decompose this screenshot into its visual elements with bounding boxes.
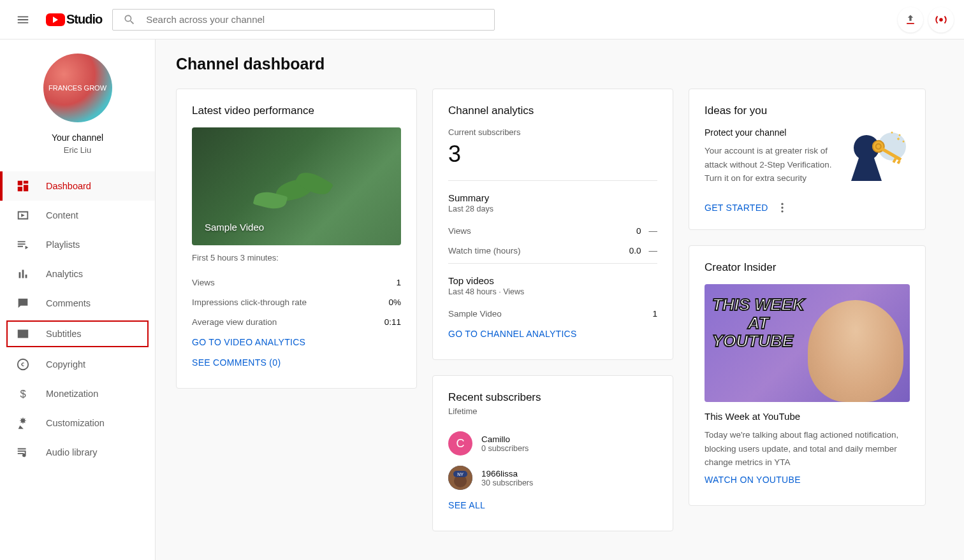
creator-insider-card: Creator Insider THIS WEEK AT YOUTUBE Thi…	[689, 245, 926, 506]
see-all-link[interactable]: SEE ALL	[448, 495, 657, 515]
ideas-subtitle: Protect your channel	[705, 127, 835, 138]
svg-point-16	[781, 203, 783, 205]
studio-logo[interactable]: Studio	[46, 12, 102, 27]
svg-point-13	[899, 134, 901, 136]
subscriber-item[interactable]: C Camillo 0 subscribers	[448, 426, 657, 461]
video-thumbnail[interactable]: Sample Video	[192, 127, 401, 245]
summary-title: Summary	[448, 192, 657, 203]
go-live-button[interactable]	[928, 7, 954, 32]
channel-analytics-link[interactable]: GO TO CHANNEL ANALYTICS	[448, 324, 657, 344]
stat-row: Impressions click-through rate0%	[192, 292, 401, 312]
channel-label: Your channel	[52, 133, 103, 143]
avatar-image: FRANCES GROW	[43, 54, 112, 122]
latest-subline: First 5 hours 3 minutes:	[192, 253, 401, 262]
subscriber-count: 3	[448, 141, 657, 168]
subscriber-count: 0 subscribers	[481, 444, 529, 453]
customization-icon	[15, 415, 31, 431]
nav-audio-library[interactable]: Audio library	[0, 438, 155, 467]
more-options-button[interactable]	[776, 201, 789, 214]
svg-text:NY: NY	[457, 472, 464, 477]
subscriber-name: 1966lissa	[481, 469, 533, 478]
content-icon	[15, 208, 31, 223]
search-icon	[123, 13, 136, 26]
card-title: Creator Insider	[705, 261, 910, 274]
nav-subtitles[interactable]: Subtitles	[5, 319, 150, 348]
card-title: Recent subscribers	[448, 391, 657, 404]
page-title: Channel dashboard	[176, 55, 944, 73]
nav-copyright[interactable]: Copyright	[0, 350, 155, 379]
subscriber-name: Camillo	[481, 434, 529, 444]
upload-icon	[904, 13, 917, 26]
channel-analytics-card: Channel analytics Current subscribers 3 …	[432, 89, 673, 360]
stat-row: Average view duration0:11	[192, 312, 401, 332]
svg-point-17	[781, 206, 783, 208]
nav-label: Subtitles	[46, 329, 82, 339]
subscriber-avatar: C	[448, 431, 472, 456]
article-body: Today we're talking about flag actioned …	[705, 428, 910, 470]
playlists-icon	[15, 237, 31, 252]
svg-point-18	[781, 210, 783, 212]
keyhole-illustration	[847, 127, 910, 190]
nav-label: Customization	[46, 418, 105, 428]
dashboard-icon	[15, 178, 31, 194]
sidebar: FRANCES GROW Your channel Eric Liu Dashb…	[0, 39, 156, 560]
video-title: Sample Video	[205, 222, 264, 233]
recent-subscribers-card: Recent subscribers Lifetime C Camillo 0 …	[432, 375, 673, 531]
subscriber-count: 30 subscribers	[481, 478, 533, 487]
latest-video-card: Latest video performance Sample Video Fi…	[176, 89, 417, 389]
channel-avatar[interactable]: FRANCES GROW	[43, 54, 112, 122]
nav-label: Comments	[46, 298, 91, 308]
monetization-icon: $	[15, 386, 31, 401]
svg-point-1	[18, 359, 29, 370]
upload-button[interactable]	[898, 7, 923, 32]
top-videos-sub: Last 48 hours · Views	[448, 287, 657, 296]
svg-text:$: $	[20, 388, 26, 399]
get-started-link[interactable]: GET STARTED	[705, 203, 768, 213]
channel-name: Eric Liu	[64, 145, 91, 155]
copyright-icon	[15, 357, 31, 372]
comments-icon	[15, 296, 31, 311]
svg-point-14	[903, 141, 905, 143]
dots-vertical-icon	[776, 201, 789, 214]
top-videos-title: Top videos	[448, 275, 657, 286]
stat-row: Watch time (hours)0.0—	[448, 241, 657, 261]
nav-comments[interactable]: Comments	[0, 289, 155, 318]
ideas-card: Ideas for you Protect your channel Your …	[689, 89, 926, 230]
stat-row: Views0—	[448, 221, 657, 241]
nav-label: Dashboard	[46, 181, 91, 191]
audio-icon	[15, 445, 31, 460]
nav-monetization[interactable]: $ Monetization	[0, 379, 155, 408]
search-box[interactable]	[112, 9, 495, 31]
logo-text: Studio	[66, 12, 102, 27]
nav-analytics[interactable]: Analytics	[0, 259, 155, 289]
ideas-body: Your account is at greater risk of attac…	[705, 144, 835, 185]
subscribers-label: Current subscribers	[448, 127, 657, 137]
svg-point-15	[891, 132, 893, 134]
topbar: Studio	[0, 0, 964, 39]
video-analytics-link[interactable]: GO TO VIDEO ANALYTICS	[192, 332, 401, 352]
card-title: Latest video performance	[192, 104, 401, 117]
hamburger-icon	[16, 13, 30, 27]
subscriber-item[interactable]: NY 1966lissa 30 subscribers	[448, 461, 657, 495]
analytics-icon	[15, 266, 31, 282]
article-title: This Week at YouTube	[705, 411, 910, 422]
nav-dashboard[interactable]: Dashboard	[0, 171, 155, 201]
nav-label: Content	[46, 210, 78, 220]
main-content: Channel dashboard Latest video performan…	[156, 39, 964, 560]
search-input[interactable]	[146, 14, 484, 25]
channel-info: FRANCES GROW Your channel Eric Liu	[0, 39, 155, 166]
creator-thumbnail[interactable]: THIS WEEK AT YOUTUBE	[705, 284, 910, 402]
see-comments-link[interactable]: SEE COMMENTS (0)	[192, 352, 401, 373]
recent-sub: Lifetime	[448, 406, 657, 416]
nav-customization[interactable]: Customization	[0, 408, 155, 438]
subscriber-avatar: NY	[448, 466, 472, 490]
nav-playlists[interactable]: Playlists	[0, 230, 155, 259]
card-title: Channel analytics	[448, 104, 657, 117]
nav-label: Playlists	[46, 240, 80, 250]
nav-label: Audio library	[46, 447, 98, 457]
nav-content[interactable]: Content	[0, 201, 155, 230]
hamburger-button[interactable]	[10, 7, 36, 32]
subtitles-icon	[15, 326, 31, 341]
nav-label: Copyright	[46, 359, 85, 370]
watch-on-youtube-link[interactable]: WATCH ON YOUTUBE	[705, 470, 910, 490]
